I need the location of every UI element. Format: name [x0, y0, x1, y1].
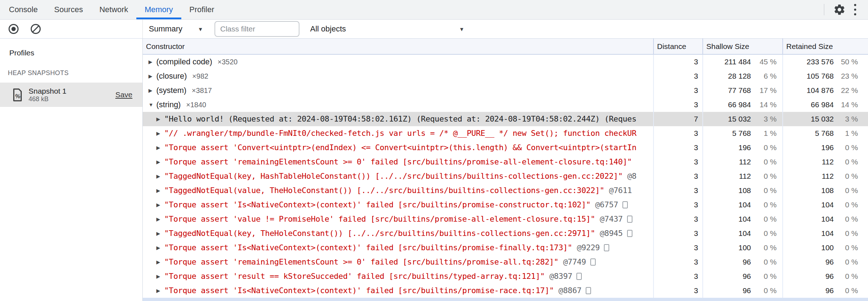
distance-cell: 3: [653, 155, 702, 169]
expand-arrow-icon[interactable]: ▶: [156, 283, 164, 298]
shallow-size-cell: 1040 %: [702, 226, 782, 241]
shallow-size-cell: 1120 %: [702, 155, 782, 169]
table-row[interactable]: ▶"TaggedNotEqual(key, TheHoleConstant())…: [143, 226, 868, 241]
size-percent: 14 %: [751, 98, 782, 112]
retained-size-cell: 1080 %: [782, 183, 868, 198]
column-header-distance[interactable]: Distance: [653, 39, 702, 54]
shallow-size-cell: 960 %: [702, 255, 782, 269]
table-row[interactable]: ▶"Torque assert 'Is<NativeContext>(conte…: [143, 241, 868, 255]
table-row[interactable]: ▶(compiled code)×35203211 48445 %233 576…: [143, 55, 868, 69]
clear-profiles-icon[interactable]: [28, 21, 44, 37]
expand-arrow-icon[interactable]: ▶: [156, 183, 164, 198]
table-row[interactable]: ▶"Torque assert 'Is<NativeContext>(conte…: [143, 283, 868, 298]
retained-size-cell: 1040 %: [782, 212, 868, 226]
take-heap-snapshot-record-icon[interactable]: [6, 21, 21, 37]
expand-arrow-icon[interactable]: ▶: [156, 269, 164, 283]
size-value: 112: [783, 155, 834, 169]
distance-cell: 3: [653, 140, 702, 155]
grid-header: Constructor Distance Shallow Size Retain…: [143, 39, 868, 55]
heap-snapshot-grid: Constructor Distance Shallow Size Retain…: [143, 39, 868, 301]
string-value: "Torque assert 'remainingElementsCount >…: [164, 255, 559, 269]
column-header-shallow-size[interactable]: Shallow Size: [702, 39, 782, 54]
expand-arrow-icon[interactable]: ▶: [156, 226, 164, 241]
distance-cell: 3: [653, 183, 702, 198]
expand-arrow-icon[interactable]: ▶: [156, 241, 164, 255]
expand-arrow-icon[interactable]: ▶: [148, 69, 156, 83]
size-value: 96: [703, 269, 751, 283]
tab-sources[interactable]: Sources: [46, 0, 91, 19]
tab-memory[interactable]: Memory: [136, 0, 181, 19]
size-value: 96: [703, 255, 751, 269]
size-percent: 0 %: [834, 283, 868, 298]
object-scope-select[interactable]: All objects ▼: [310, 24, 464, 34]
missing-glyph-box-icon: [604, 244, 609, 251]
table-row[interactable]: ▶(system)×3817377 76817 %104 87622 %: [143, 83, 868, 98]
distance-cell: 3: [653, 198, 702, 212]
expand-arrow-icon[interactable]: ▶: [156, 155, 164, 169]
size-percent: 3 %: [751, 112, 782, 126]
settings-gear-icon[interactable]: [832, 2, 847, 18]
table-row[interactable]: ▶"TaggedNotEqual(key, HashTableHoleConst…: [143, 169, 868, 183]
string-value: "Torque assert 'Convert<uintptr>(endInde…: [164, 140, 636, 155]
save-link[interactable]: Save: [115, 90, 132, 99]
column-header-constructor[interactable]: Constructor: [143, 39, 653, 54]
expand-arrow-icon[interactable]: ▶: [148, 83, 156, 98]
tab-network[interactable]: Network: [91, 0, 136, 19]
table-row[interactable]: ▶"Torque assert 'remainingElementsCount …: [143, 255, 868, 269]
size-value: 104: [783, 212, 834, 226]
table-row[interactable]: ▶"Torque assert 'remainingElementsCount …: [143, 155, 868, 169]
tab-profiler[interactable]: Profiler: [181, 0, 223, 19]
distance-cell: 3: [653, 69, 702, 83]
string-value: "Hello world! (Requested at: 2024-08-19T…: [164, 112, 636, 126]
column-header-retained-size[interactable]: Retained Size: [782, 39, 868, 54]
more-options-kebab-icon[interactable]: [847, 2, 863, 18]
table-row[interactable]: ▶"TaggedNotEqual(value, TheHoleConstant(…: [143, 183, 868, 198]
constructor-cell: ▶"Torque assert 'value != PromiseHole' f…: [143, 212, 653, 226]
shallow-size-cell: 960 %: [702, 269, 782, 283]
instance-count: ×1840: [186, 98, 206, 112]
shallow-size-cell: 5 7681 %: [702, 126, 782, 140]
constructor-cell: ▶(compiled code)×3520: [143, 55, 653, 69]
size-percent: 0 %: [751, 283, 782, 298]
size-value: 112: [783, 169, 834, 183]
table-row[interactable]: ▼(string)×1840366 98414 %66 98414 %: [143, 98, 868, 112]
table-row[interactable]: ▶"// .wrangler/tmp/bundle-FmNIt0/checked…: [143, 126, 868, 140]
table-row[interactable]: ▶"Hello world! (Requested at: 2024-08-19…: [143, 112, 868, 126]
size-value: 108: [783, 183, 834, 198]
snapshot-item[interactable]: % Snapshot 1 468 kB Save: [0, 83, 142, 107]
size-value: 100: [783, 241, 834, 255]
constructor-cell: ▶"Torque assert 'remainingElementsCount …: [143, 155, 653, 169]
perspective-select[interactable]: Summary ▼: [149, 24, 203, 34]
tab-console[interactable]: Console: [1, 0, 46, 19]
shallow-size-cell: 211 48445 %: [702, 55, 782, 69]
size-value: 108: [703, 183, 751, 198]
tab-strip: ConsoleSourcesNetworkMemoryProfiler: [1, 0, 222, 19]
expand-arrow-icon[interactable]: ▶: [156, 126, 164, 140]
expand-arrow-icon[interactable]: ▶: [156, 212, 164, 226]
size-value: 100: [703, 241, 751, 255]
size-percent: 0 %: [751, 226, 782, 241]
table-row[interactable]: ▶"Torque assert 'result == kStoreSuccede…: [143, 269, 868, 283]
expand-arrow-icon[interactable]: ▶: [148, 55, 156, 69]
expand-arrow-icon[interactable]: ▶: [156, 255, 164, 269]
collapse-arrow-icon[interactable]: ▼: [148, 98, 156, 112]
table-row[interactable]: ▶"Torque assert 'Is<NativeContext>(conte…: [143, 198, 868, 212]
expand-arrow-icon[interactable]: ▶: [156, 198, 164, 212]
table-row[interactable]: ▶"Torque assert 'Convert<uintptr>(endInd…: [143, 140, 868, 155]
shallow-size-cell: 1120 %: [702, 169, 782, 183]
object-id: @8867: [559, 283, 581, 298]
panel-body: Profiles HEAP SNAPSHOTS % Snapshot 1 468…: [0, 39, 868, 301]
size-percent: 0 %: [751, 183, 782, 198]
size-percent: 0 %: [834, 226, 868, 241]
size-value: 66 984: [783, 98, 834, 112]
table-row[interactable]: ▶(closure)×982328 1286 %105 76823 %: [143, 69, 868, 83]
size-percent: 0 %: [834, 169, 868, 183]
size-percent: 1 %: [751, 126, 782, 140]
class-filter-input[interactable]: [215, 21, 299, 37]
distance-cell: 3: [653, 212, 702, 226]
expand-arrow-icon[interactable]: ▶: [156, 140, 164, 155]
expand-arrow-icon[interactable]: ▶: [156, 169, 164, 183]
table-row[interactable]: ▶"Torque assert 'value != PromiseHole' f…: [143, 212, 868, 226]
expand-arrow-icon[interactable]: ▶: [156, 112, 164, 126]
constructor-cell: ▶"Torque assert 'Is<NativeContext>(conte…: [143, 198, 653, 212]
